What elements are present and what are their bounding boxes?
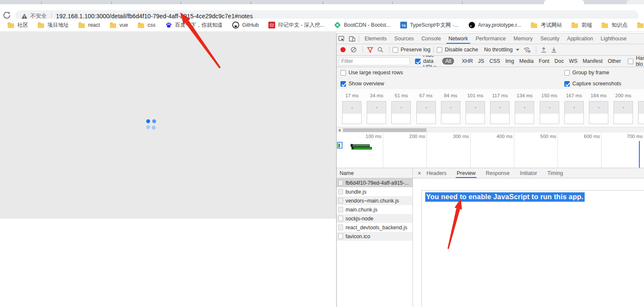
tab-application[interactable]: Application xyxy=(563,34,597,44)
tab-elements[interactable]: Elements xyxy=(361,34,390,44)
request-row[interactable]: vendors~main.chunk.js xyxy=(337,196,413,205)
use-large-request-rows-checkbox[interactable] xyxy=(340,70,346,76)
bookmark-yinji[interactable]: 印 印记中文 - 深入挖... xyxy=(268,22,324,29)
tab-memory[interactable]: Memory xyxy=(510,34,536,44)
hide-data-urls-checkbox[interactable] xyxy=(415,59,421,64)
bookmark-baidu[interactable]: 百度一下，你就知道 xyxy=(165,22,223,29)
tab-response[interactable]: Response xyxy=(485,168,510,178)
screenshot-thumbnail[interactable] xyxy=(515,101,534,124)
request-row[interactable]: favicon.ico xyxy=(337,232,413,241)
filter-type-xhr[interactable]: XHR xyxy=(462,58,473,64)
filter-type-js[interactable]: JS xyxy=(478,58,485,64)
network-overview[interactable]: 100 ms 200 ms 300 ms 400 ms 500 ms 600 m… xyxy=(337,132,644,168)
filter-type-font[interactable]: Font xyxy=(539,58,549,64)
filmstrip-frame[interactable]: 150 ms xyxy=(537,93,562,127)
tab-initiator[interactable]: Initiator xyxy=(519,168,538,178)
import-har-icon[interactable] xyxy=(539,46,548,54)
preserve-log-checkbox[interactable] xyxy=(393,47,398,53)
tab-timing[interactable]: Timing xyxy=(546,168,564,178)
bookmark-folder[interactable]: 考试网站 xyxy=(531,22,562,29)
search-icon[interactable] xyxy=(376,46,385,54)
preview-selected-text[interactable]: You need to enable JavaScript to run thi… xyxy=(425,192,585,202)
filmstrip-frame[interactable]: 117 ms xyxy=(488,93,512,127)
filmstrip-frame[interactable]: 21 xyxy=(636,93,644,127)
has-blocked-cookies-checkbox[interactable] xyxy=(628,59,633,64)
scrollbar-thumb[interactable] xyxy=(343,128,427,132)
bookmark-folder[interactable]: 社区 xyxy=(8,22,28,29)
tab-security[interactable]: Security xyxy=(536,34,563,44)
screenshot-thumbnail[interactable] xyxy=(490,101,510,124)
filter-type-media[interactable]: Media xyxy=(519,58,534,64)
capture-screenshots-checkbox[interactable] xyxy=(564,81,570,87)
filter-type-ws[interactable]: WS xyxy=(569,58,577,64)
bookmark-array-prototype[interactable]: Array.prototype.r... xyxy=(468,22,521,28)
bookmark-folder[interactable]: 知识点 xyxy=(602,22,627,29)
bookmark-github[interactable]: GitHub xyxy=(232,22,259,28)
tab-console[interactable]: Console xyxy=(418,34,445,44)
show-overview-checkbox[interactable] xyxy=(340,81,346,87)
tab-headers[interactable]: Headers xyxy=(426,168,447,178)
filmstrip-frame[interactable]: 51 ms xyxy=(389,93,413,127)
screenshot-thumbnail[interactable] xyxy=(564,101,584,124)
filmstrip-frame[interactable]: 34 ms xyxy=(364,93,389,127)
tab-network[interactable]: Network xyxy=(445,34,472,44)
bookmark-folder[interactable]: react xyxy=(78,22,100,28)
reload-icon[interactable] xyxy=(3,11,11,20)
screenshot-thumbnail[interactable] xyxy=(466,101,485,124)
filter-type-manifest[interactable]: Manifest xyxy=(583,58,602,64)
screenshot-thumbnail[interactable] xyxy=(540,101,559,124)
active-tab[interactable] xyxy=(544,0,584,4)
bookmark-folder[interactable]: css xyxy=(138,22,156,28)
filter-type-img[interactable]: Img xyxy=(505,58,514,64)
throttling-select[interactable]: No throttling xyxy=(484,47,513,53)
chevron-down-icon[interactable] xyxy=(516,49,519,51)
record-button[interactable] xyxy=(340,47,346,52)
screenshot-thumbnail[interactable] xyxy=(391,101,411,124)
name-column-header[interactable]: Name xyxy=(337,168,413,178)
screenshot-thumbnail[interactable] xyxy=(342,101,362,124)
filter-funnel-icon[interactable] xyxy=(366,46,374,54)
filmstrip-frame[interactable]: 67 ms xyxy=(414,93,438,127)
scroll-left-icon[interactable] xyxy=(338,129,340,132)
tab-lighthouse[interactable]: Lighthouse xyxy=(597,34,630,44)
filmstrip-frame[interactable]: 134 ms xyxy=(512,93,537,127)
filmstrip-frame[interactable]: 101 ms xyxy=(463,93,488,127)
device-toolbar-icon[interactable] xyxy=(347,34,357,44)
bookmark-bootcdn[interactable]: BootCDN - Bootst... xyxy=(334,22,390,28)
request-row[interactable]: main.chunk.js xyxy=(337,205,413,214)
close-icon[interactable]: × xyxy=(413,170,426,177)
bookmark-folder[interactable]: vue xyxy=(110,22,128,28)
filter-type-doc[interactable]: Doc xyxy=(555,58,564,64)
export-har-icon[interactable] xyxy=(549,46,558,54)
bookmark-typescript[interactable]: TS TypeScript中文网 ·... xyxy=(400,22,459,29)
screenshot-thumbnail[interactable] xyxy=(613,101,633,124)
browser-tab-strip[interactable] xyxy=(0,0,644,4)
network-conditions-icon[interactable] xyxy=(523,46,531,54)
tab-performance[interactable]: Performance xyxy=(472,34,510,44)
filter-type-other[interactable]: Other xyxy=(608,58,621,64)
screenshot-thumbnail[interactable] xyxy=(367,101,386,124)
inspect-element-icon[interactable] xyxy=(337,34,347,44)
bookmark-folder[interactable]: 前端 xyxy=(572,22,592,29)
filmstrip-frame[interactable]: 184 ms xyxy=(586,93,611,127)
filter-input[interactable] xyxy=(339,57,410,65)
partial-tab[interactable] xyxy=(627,0,644,4)
tab-sources[interactable]: Sources xyxy=(390,34,418,44)
screenshot-thumbnail[interactable] xyxy=(638,101,644,124)
filter-type-css[interactable]: CSS xyxy=(489,58,500,64)
bookmark-folder[interactable]: 项目地址 xyxy=(38,22,69,29)
filmstrip-frame[interactable]: 167 ms xyxy=(562,93,586,127)
request-row[interactable]: fb6d4f10-79ed-4aff-a915-... xyxy=(337,178,413,187)
screenshot-thumbnail[interactable] xyxy=(589,101,608,124)
clear-icon[interactable] xyxy=(349,46,358,54)
tab-preview[interactable]: Preview xyxy=(456,168,476,178)
filmstrip-frame[interactable]: 17 ms xyxy=(340,93,364,127)
bookmark-folder[interactable]: 好用的工具 xyxy=(637,22,644,29)
request-row[interactable]: bundle.js xyxy=(337,187,413,196)
filter-type-all[interactable]: All xyxy=(442,58,454,65)
request-row[interactable]: react_devtools_backend.js xyxy=(337,223,413,232)
group-by-frame-checkbox[interactable] xyxy=(564,70,570,76)
filmstrip-frame[interactable]: 84 ms xyxy=(438,93,463,127)
screenshot-thumbnail[interactable] xyxy=(441,101,460,124)
filmstrip-frame[interactable]: 200 ms xyxy=(611,93,636,127)
